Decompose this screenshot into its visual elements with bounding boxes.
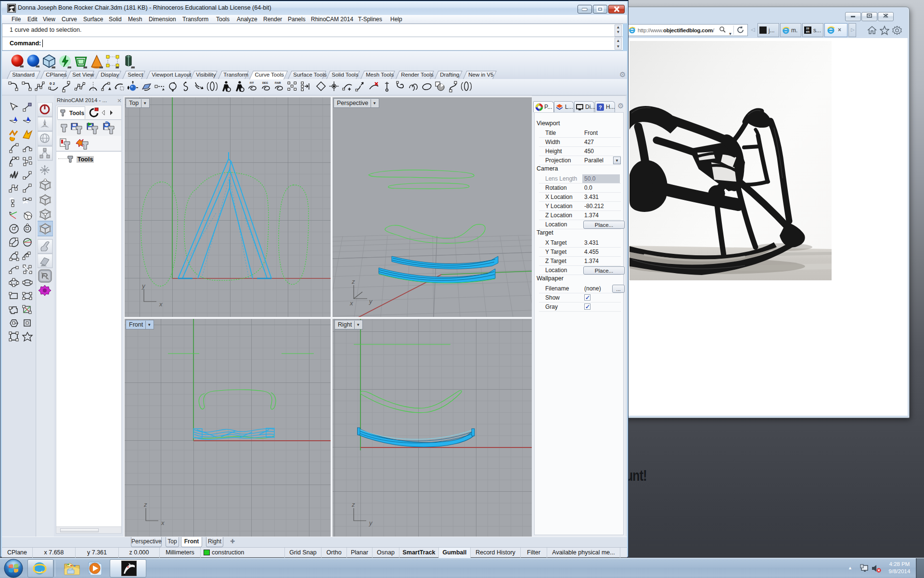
svg-text:y: y	[141, 282, 146, 289]
svg-text:z: z	[351, 278, 355, 285]
svg-text:y: y	[369, 298, 373, 305]
svg-text:z: z	[143, 501, 147, 508]
svg-text:x: x	[159, 301, 163, 308]
svg-text:FIT: FIT	[250, 81, 254, 84]
svg-text:FAIR: FAIR	[275, 81, 281, 84]
svg-text:y: y	[369, 519, 373, 526]
svg-text:x: x	[349, 300, 353, 307]
svg-text:x: x	[161, 519, 165, 526]
svg-text:z: z	[351, 501, 355, 508]
svg-text:?: ?	[599, 105, 602, 110]
svg-text:DEG: DEG	[262, 81, 268, 84]
